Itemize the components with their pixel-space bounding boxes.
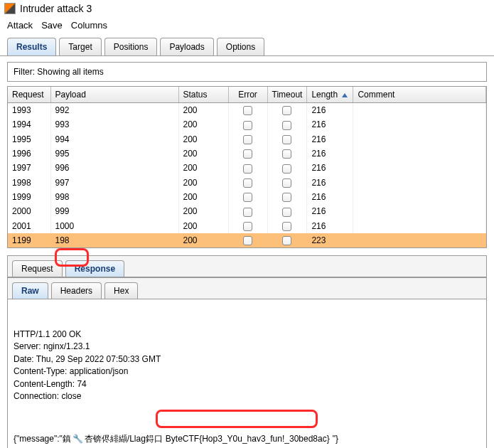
cell-status: 200 [178, 190, 228, 204]
tab-options[interactable]: Options [217, 38, 264, 55]
tab-hex[interactable]: Hex [104, 282, 138, 299]
cell-status: 200 [178, 233, 228, 247]
cell-comment [353, 161, 486, 175]
cell-status: 200 [178, 132, 228, 146]
tab-target[interactable]: Target [59, 38, 101, 55]
checkbox-icon [282, 178, 291, 188]
response-json-line: {"message":"鎮 🔧 杏锛侭緋纈/Llag鍀口 ByteCTF{Hop… [14, 433, 480, 445]
cell-payload: 992 [50, 103, 178, 118]
cell-length: 216 [307, 146, 353, 161]
filter-bar[interactable]: Filter: Showing all items [7, 62, 487, 82]
cell-timeout [267, 219, 307, 233]
table-row[interactable]: 2000999200216 [8, 204, 486, 218]
wrench-icon: 🔧 [73, 433, 83, 445]
cell-payload: 996 [50, 161, 178, 175]
cell-status: 200 [178, 204, 228, 218]
table-row[interactable]: 1997996200216 [8, 161, 486, 175]
cell-length: 223 [307, 233, 353, 247]
table-row[interactable]: 1993992200216 [8, 103, 486, 118]
col-timeout[interactable]: Timeout [267, 87, 307, 103]
cell-request: 1999 [8, 190, 50, 204]
menu-save[interactable]: Save [41, 20, 63, 31]
msg-prefix: {"message":"鎮 [14, 433, 71, 445]
checkbox-icon [282, 149, 291, 159]
response-line: HTTP/1.1 200 OK [14, 329, 480, 341]
detail-tabs: Request Response [8, 255, 486, 277]
col-length-label: Length [311, 90, 338, 100]
cell-length: 216 [307, 190, 353, 204]
cell-comment [353, 117, 486, 132]
tab-positions[interactable]: Positions [104, 38, 158, 55]
table-row[interactable]: 1996995200216 [8, 146, 486, 161]
table-row[interactable]: 1998997200216 [8, 176, 486, 190]
response-line: Content-Length: 74 [14, 378, 480, 390]
cell-error [228, 146, 267, 161]
cell-request: 1199 [8, 233, 50, 247]
checkbox-icon [243, 208, 252, 217]
checkbox-icon [282, 121, 291, 130]
tab-results[interactable]: Results [7, 38, 56, 55]
cell-error [228, 219, 267, 233]
cell-length: 216 [307, 103, 353, 118]
cell-request: 2001 [8, 219, 50, 233]
cell-error [228, 132, 267, 146]
col-error[interactable]: Error [228, 87, 267, 103]
table-row[interactable]: 1199198200223 [8, 233, 486, 247]
cell-request: 1996 [8, 146, 50, 161]
cell-payload: 998 [50, 190, 178, 204]
cell-request: 1997 [8, 161, 50, 175]
main-tabs: Results Target Positions Payloads Option… [0, 33, 494, 56]
response-body[interactable]: HTTP/1.1 200 OKServer: nginx/1.23.1Date:… [8, 299, 486, 448]
table-row[interactable]: 20011000200216 [8, 219, 486, 233]
col-status[interactable]: Status [178, 87, 228, 103]
msg-suffix: "} [333, 433, 338, 445]
col-request[interactable]: Request [8, 87, 50, 103]
cell-payload: 1000 [50, 219, 178, 233]
response-line: Connection: close [14, 390, 480, 402]
cell-timeout [267, 176, 307, 190]
cell-timeout [267, 132, 307, 146]
cell-timeout [267, 190, 307, 204]
cell-timeout [267, 103, 307, 118]
table-row[interactable]: 1999998200216 [8, 190, 486, 204]
cell-error [228, 117, 267, 132]
col-payload[interactable]: Payload [50, 87, 178, 103]
checkbox-icon [282, 236, 291, 245]
response-view-tabs: Raw Headers Hex [8, 277, 486, 299]
tab-response[interactable]: Response [65, 260, 124, 277]
cell-comment [353, 233, 486, 247]
checkbox-icon [243, 135, 252, 144]
cell-payload: 997 [50, 176, 178, 190]
app-icon [4, 3, 16, 14]
cell-status: 200 [178, 219, 228, 233]
tab-headers[interactable]: Headers [51, 282, 102, 299]
cell-comment [353, 204, 486, 218]
cell-comment [353, 103, 486, 118]
table-header-row: Request Payload Status Error Timeout Len… [8, 87, 486, 103]
cell-payload: 993 [50, 117, 178, 132]
menu-attack[interactable]: Attack [7, 20, 33, 31]
detail-panel: Request Response Raw Headers Hex HTTP/1.… [7, 255, 487, 448]
cell-payload: 995 [50, 146, 178, 161]
results-table: Request Payload Status Error Timeout Len… [7, 86, 487, 248]
col-length[interactable]: Length [307, 87, 353, 103]
cell-length: 216 [307, 176, 353, 190]
checkbox-icon [243, 149, 252, 159]
tab-raw[interactable]: Raw [12, 282, 48, 299]
menu-columns[interactable]: Columns [71, 20, 107, 31]
table-row[interactable]: 1995994200216 [8, 132, 486, 146]
cell-error [228, 233, 267, 247]
tab-payloads[interactable]: Payloads [160, 38, 213, 55]
response-line: Server: nginx/1.23.1 [14, 341, 480, 353]
msg-mid: 杏锛侭緋纈/Llag鍀口 [85, 433, 163, 445]
table-row[interactable]: 1994993200216 [8, 117, 486, 132]
cell-request: 1994 [8, 117, 50, 132]
checkbox-icon [243, 164, 252, 174]
cell-request: 1998 [8, 176, 50, 190]
cell-length: 216 [307, 161, 353, 175]
checkbox-icon [243, 106, 252, 115]
tab-request[interactable]: Request [12, 260, 63, 277]
cell-error [228, 176, 267, 190]
cell-payload: 198 [50, 233, 178, 247]
col-comment[interactable]: Comment [353, 87, 486, 103]
